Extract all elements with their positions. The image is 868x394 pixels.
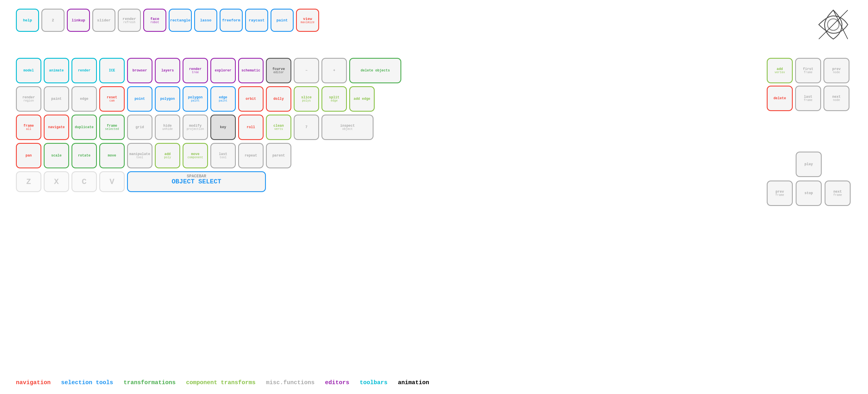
key-schematic[interactable]: schematic (238, 58, 264, 83)
key-+[interactable]: + (321, 58, 347, 83)
key-dolly[interactable]: dolly (266, 86, 291, 112)
key-orbit[interactable]: orbit (238, 86, 264, 112)
key-stop[interactable]: stop (796, 180, 822, 206)
key-2[interactable]: 2 (41, 9, 64, 32)
legend-item-editors: editors (325, 379, 349, 386)
key-face-robot[interactable]: facerobot (143, 9, 166, 32)
key-slice-polys[interactable]: slicepolys (294, 86, 319, 112)
right-bottom-keys: playprevframestopnextframe (767, 152, 850, 209)
keyboard-area: modelanimaterenderICEbrowserlayersrender… (16, 58, 401, 192)
key-prev-frame[interactable]: prevframe (767, 180, 793, 206)
key-raycast[interactable]: raycast (245, 9, 268, 32)
key-edge-paint[interactable]: edgepaint (210, 86, 236, 112)
key-modify-projection[interactable]: modifyprojection (183, 114, 208, 140)
key-render-refresh[interactable]: renderrefresh (118, 9, 141, 32)
logo-icon (816, 7, 850, 43)
key-edge[interactable]: edge (71, 86, 97, 112)
key-animate[interactable]: animate (44, 58, 69, 83)
legend-item-toolbars: toolbars (360, 379, 388, 386)
ghost-key-x: X (44, 171, 69, 192)
key-model[interactable]: model (16, 58, 41, 83)
key-key[interactable]: key (210, 114, 236, 140)
key-browser[interactable]: browser (127, 58, 153, 83)
key-paint[interactable]: paint (271, 9, 294, 32)
key-fcurve-editor[interactable]: fcurveeditor (266, 58, 291, 83)
legend-item-animation: animation (398, 379, 429, 386)
key-clean-verts[interactable]: cleanverts (266, 114, 291, 140)
ghost-key-v: V (99, 171, 125, 192)
key-split-edge[interactable]: splitedge (321, 86, 347, 112)
key-view-maximize[interactable]: viewmaximize (296, 9, 319, 32)
ghost-key-c: C (71, 171, 97, 192)
key-add-poly[interactable]: addpoly (155, 143, 180, 168)
legend: navigationselection toolstransformations… (16, 379, 429, 386)
key-parent[interactable]: parent (266, 143, 291, 168)
spacebar-row: ZXCVSPACEBAROBJECT SELECT (16, 171, 401, 192)
key-move-component[interactable]: movecomponent (183, 143, 208, 168)
svg-line-1 (833, 10, 848, 39)
key-roll[interactable]: roll (238, 114, 264, 140)
key-explorer[interactable]: explorer (210, 58, 236, 83)
key-last-frame[interactable]: lastframe (795, 86, 821, 111)
key-rectangle[interactable]: rectangle (169, 9, 192, 32)
legend-item-selection-tools: selection tools (61, 379, 113, 386)
legend-item-component-transforms: component transforms (186, 379, 255, 386)
legend-item-misc.functions: misc.functions (266, 379, 314, 386)
key-7[interactable]: 7 (294, 114, 319, 140)
logo-area (816, 6, 850, 43)
key-hide-unhide[interactable]: hideunhide (155, 114, 180, 140)
ghost-key-z: Z (16, 171, 41, 192)
key-freeform[interactable]: freeform (220, 9, 243, 32)
key-point[interactable]: point (127, 86, 153, 112)
key-layers[interactable]: layers (155, 58, 180, 83)
key-grid[interactable]: grid (127, 114, 153, 140)
spacebar[interactable]: SPACEBAROBJECT SELECT (127, 171, 266, 192)
key-lasso[interactable]: lasso (194, 9, 217, 32)
key-manipulate-tool[interactable]: manipulatetool (127, 143, 153, 168)
key-polygon[interactable]: polygon (155, 86, 180, 112)
key-next-node[interactable]: nextnode (824, 86, 849, 111)
key-polygon-paint[interactable]: polygonpaint (183, 86, 208, 112)
key-render[interactable]: render (71, 58, 97, 83)
key-add-vertex[interactable]: addvertex (767, 58, 793, 83)
key-paint[interactable]: paint (44, 86, 69, 112)
keyboard-row-5: panscalerotatemovemanipulatetooladdpolym… (16, 143, 401, 168)
right-top-keys: addvertexfirstframeprevnodedeletelastfra… (767, 58, 850, 111)
key-slider[interactable]: slider (92, 9, 116, 32)
legend-item-transformations: transformations (124, 379, 176, 386)
key-navigate[interactable]: navigate (44, 114, 69, 140)
key-duplicate[interactable]: duplicate (71, 114, 97, 140)
key-last-tool[interactable]: lasttool (210, 143, 236, 168)
key-play[interactable]: play (796, 152, 822, 177)
key-help[interactable]: help (16, 9, 39, 32)
key-render-region[interactable]: renderregion (16, 86, 41, 112)
key-linkup[interactable]: linkup (67, 9, 90, 32)
keyboard-row-3: renderregionpaintedgeresetcampointpolygo… (16, 86, 401, 112)
key-prev-node[interactable]: prevnode (824, 58, 849, 83)
key-frame-selected[interactable]: frameselected (99, 114, 125, 140)
key-reset-cam[interactable]: resetcam (99, 86, 125, 112)
key-rotate[interactable]: rotate (71, 143, 97, 168)
right-panel: addvertexfirstframeprevnodedeletelastfra… (767, 58, 850, 209)
key-render-tree[interactable]: rendertree (183, 58, 208, 83)
key-next-frame[interactable]: nextframe (825, 180, 850, 206)
key-add-edge[interactable]: add edge (349, 86, 375, 112)
key-−[interactable]: − (294, 58, 319, 83)
key-ice[interactable]: ICE (99, 58, 125, 83)
legend-item-navigation: navigation (16, 379, 51, 386)
function-key-row: help2linkupsliderrenderrefreshfacerobotr… (16, 9, 319, 32)
key-delete[interactable]: delete (767, 86, 793, 111)
key-scale[interactable]: scale (44, 143, 69, 168)
key-delete-objects[interactable]: delete objects (349, 58, 401, 83)
keyboard-row-4: frameallnavigateduplicateframeselectedgr… (16, 114, 401, 140)
key-repeat[interactable]: repeat (238, 143, 264, 168)
svg-line-2 (819, 10, 848, 39)
keyboard-row-2: modelanimaterenderICEbrowserlayersrender… (16, 58, 401, 83)
key-inspect-object[interactable]: inspectobject (321, 114, 374, 140)
key-move[interactable]: move (99, 143, 125, 168)
key-pan[interactable]: pan (16, 143, 41, 168)
key-first-frame[interactable]: firstframe (795, 58, 821, 83)
key-frame-all[interactable]: frameall (16, 114, 41, 140)
